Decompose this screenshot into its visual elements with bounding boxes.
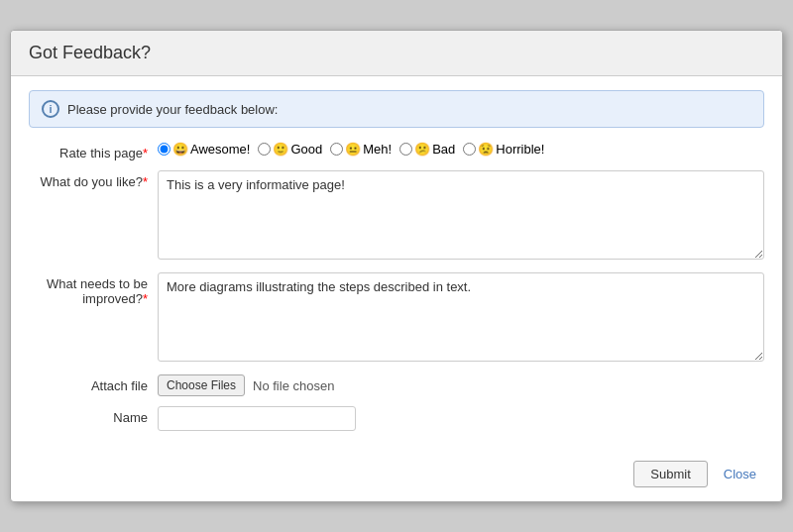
what-improve-control: More diagrams illustrating the steps des… [158,272,764,365]
rating-meh[interactable]: 😐 Meh! [330,142,392,157]
what-improve-label: What needs to be improved?* [29,272,158,306]
what-like-row: What do you like?* This is a very inform… [29,170,764,263]
dialog-header: Got Feedback? [11,31,782,76]
rating-awesome-emoji: 😀 [172,142,188,157]
name-control [158,406,764,431]
rating-awesome-radio[interactable] [158,143,170,156]
attach-file-control: Choose Files No file chosen [158,374,764,396]
rating-good-label: Good [290,142,322,157]
what-like-textarea[interactable]: This is a very informative page! [158,170,764,260]
rating-good[interactable]: 🙂 Good [258,142,322,157]
close-button[interactable]: Close [716,461,764,487]
what-like-label: What do you like?* [29,170,158,189]
rating-horrible-radio[interactable] [463,143,476,156]
info-icon: i [42,100,59,118]
rating-bad[interactable]: 😕 Bad [399,142,455,157]
rating-bad-radio[interactable] [399,143,412,156]
rating-meh-label: Meh! [363,142,392,157]
rating-meh-radio[interactable] [330,143,343,156]
rating-options: 😀 Awesome! 🙂 Good 😐 Meh! 😕 Bad [158,142,764,157]
name-input[interactable] [158,406,356,431]
rating-awesome[interactable]: 😀 Awesome! [158,142,250,157]
what-like-control: This is a very informative page! [158,170,764,263]
choose-files-button[interactable]: Choose Files [158,374,245,396]
submit-button[interactable]: Submit [633,461,707,487]
what-improve-textarea[interactable]: More diagrams illustrating the steps des… [158,272,764,362]
name-row: Name [29,406,764,431]
rating-label: Rate this page* [29,142,158,160]
rating-bad-label: Bad [432,142,455,157]
rating-horrible[interactable]: 😟 Horrible! [463,142,544,157]
attach-file-label: Attach file [29,374,158,393]
info-bar: i Please provide your feedback below: [29,90,764,128]
rating-good-radio[interactable] [258,143,271,156]
what-improve-row: What needs to be improved?* More diagram… [29,272,764,365]
rating-bad-emoji: 😕 [414,142,430,157]
info-message: Please provide your feedback below: [67,102,278,117]
rating-meh-emoji: 😐 [345,142,361,157]
dialog-title: Got Feedback? [29,43,764,63]
attach-file-row: Attach file Choose Files No file chosen [29,374,764,396]
rating-horrible-emoji: 😟 [478,142,494,157]
name-label: Name [29,406,158,425]
rating-horrible-label: Horrible! [496,142,544,157]
rating-awesome-label: Awesome! [190,142,250,157]
rating-good-emoji: 🙂 [273,142,288,157]
rating-row: Rate this page* 😀 Awesome! 🙂 Good 😐 Meh! [29,142,764,160]
feedback-dialog: Got Feedback? i Please provide your feed… [10,30,783,502]
dialog-footer: Submit Close [11,451,782,501]
no-file-text: No file chosen [253,378,334,393]
dialog-body: i Please provide your feedback below: Ra… [11,76,782,451]
